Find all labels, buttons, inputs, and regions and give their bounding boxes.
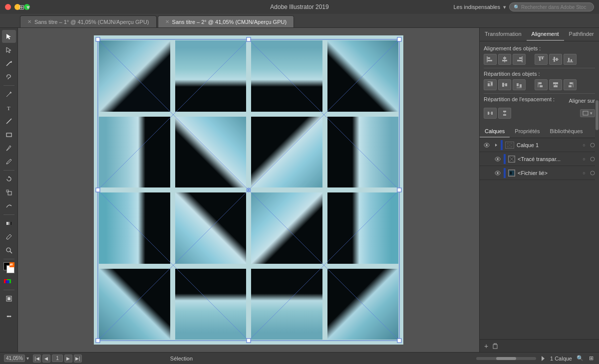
workspace-dropdown[interactable]: Les indispensables [453, 4, 500, 10]
align-bottom-btn[interactable] [564, 54, 577, 65]
zoom-dropdown[interactable]: ▾ [26, 356, 29, 361]
page-number[interactable]: 1 [52, 355, 63, 362]
tab-2-close[interactable]: ✕ [165, 19, 169, 24]
scale-tool[interactable] [2, 186, 16, 199]
scroll-right-btn[interactable] [540, 355, 546, 363]
layers-tab-proprietes[interactable]: Propriétés [510, 126, 545, 138]
color-fill-stroke[interactable]: ⇄ [2, 261, 16, 274]
layer-fichier[interactable]: <Fichier lié> ○ [480, 166, 599, 180]
warp-tool[interactable] [2, 199, 16, 212]
type-tool[interactable]: T [2, 101, 16, 114]
align-middle-v-btn[interactable] [549, 54, 562, 65]
tab-2[interactable]: ✕ Sans titre – 2° @ 41,05% (CMJN/Aperçu … [158, 15, 295, 27]
svg-rect-71 [488, 112, 489, 115]
eyedropper-tool[interactable] [2, 230, 16, 243]
selection-tool[interactable] [2, 30, 16, 43]
stock-search-input[interactable]: 🔍 Rechercher dans Adobe Stoc [509, 2, 594, 11]
calque1-visibility[interactable] [483, 141, 491, 149]
dist-center-v-btn[interactable] [498, 79, 511, 90]
artboard[interactable] [94, 35, 403, 345]
distribute-space-label: Répartition de l'espacement : [484, 96, 555, 102]
tab-1[interactable]: ✕ Sans titre – 1° @ 41,05% (CMJN/Aperçu … [20, 15, 157, 27]
lasso-tool[interactable] [2, 70, 16, 83]
screen-mode-button[interactable] [2, 292, 16, 305]
dist-right-btn[interactable] [564, 79, 577, 90]
align-right-btn[interactable] [513, 54, 526, 65]
dist-left-btn[interactable] [535, 79, 548, 90]
svg-marker-1 [10, 61, 12, 63]
rectangle-tool[interactable] [2, 128, 16, 141]
layer-trace[interactable]: <Tracé transpar... ○ [480, 152, 599, 166]
gradient-tool[interactable] [2, 217, 16, 230]
calque1-expand[interactable] [493, 138, 500, 152]
tab-transformation[interactable]: Transformation [480, 28, 527, 41]
svg-rect-53 [491, 82, 493, 85]
line-tool[interactable] [2, 115, 16, 128]
cell-3-3 [327, 269, 399, 340]
trace-lock[interactable]: ○ [581, 156, 588, 163]
left-toolbar: T [0, 28, 18, 352]
dist-space-v-btn[interactable] [498, 108, 511, 119]
align-sur-dropdown[interactable]: ▾ [580, 109, 595, 117]
paintbrush-tool[interactable] [2, 142, 16, 155]
tab-alignement[interactable]: Alignement [527, 28, 564, 41]
dist-top-btn[interactable] [484, 79, 497, 90]
tab-1-close[interactable]: ✕ [27, 19, 31, 24]
layers-tab-bibliotheques[interactable]: Bibliothèques [545, 126, 588, 138]
calque1-label: Calque 1 [517, 142, 581, 148]
align-top-btn[interactable] [535, 54, 548, 65]
svg-rect-49 [568, 58, 570, 61]
status-grid-icon[interactable]: ⊞ [587, 355, 595, 363]
fichier-visibility[interactable] [494, 169, 502, 177]
canvas-container [94, 35, 403, 345]
align-center-h-btn[interactable] [498, 54, 511, 65]
new-layer-btn[interactable]: + [483, 343, 490, 350]
rotate-tool[interactable] [2, 173, 16, 185]
zoom-value[interactable]: 41,05% [4, 355, 25, 362]
trace-visibility[interactable] [494, 155, 502, 163]
svg-rect-75 [503, 114, 506, 116]
calque1-color-bar [501, 140, 503, 150]
main-layout: T [0, 28, 599, 352]
svg-rect-41 [517, 60, 522, 61]
layers-tab-calques[interactable]: Calques [480, 126, 510, 138]
panel-tabs: Transformation Alignement Pathfinder [480, 28, 599, 41]
tab-pathfinder[interactable]: Pathfinder [564, 28, 599, 41]
dist-bottom-btn[interactable] [513, 79, 526, 90]
active-tool-display: Sélection [86, 356, 277, 362]
dist-center-h-btn[interactable] [549, 79, 562, 90]
direct-selection-tool[interactable] [2, 43, 16, 56]
zoom-tool[interactable] [2, 244, 16, 257]
swap-colors[interactable]: ⇄ [9, 262, 14, 267]
right-panel-scrollbar[interactable] [595, 100, 599, 249]
prev-page-btn[interactable]: ◀ [42, 355, 50, 363]
svg-rect-60 [520, 84, 522, 87]
svg-rect-72 [491, 112, 493, 115]
calque1-lock[interactable]: ○ [581, 142, 588, 149]
svg-rect-44 [542, 57, 543, 59]
next-page-btn[interactable]: ▶ [64, 355, 72, 363]
pencil-tool[interactable] [2, 155, 16, 168]
first-page-btn[interactable]: |◀ [33, 355, 41, 363]
distribute-objects-row [484, 79, 595, 90]
more-tools-button[interactable]: ••• [2, 310, 16, 323]
fichier-lock[interactable]: ○ [581, 170, 588, 177]
delete-layer-btn[interactable] [492, 343, 499, 350]
pen-tool[interactable] [2, 88, 16, 101]
svg-rect-74 [503, 111, 506, 112]
align-left-btn[interactable] [484, 54, 497, 65]
fichier-label: <Fichier lié> [518, 170, 581, 176]
magic-wand-tool[interactable] [2, 57, 16, 70]
cell-2-3 [327, 192, 399, 264]
color-mode-buttons[interactable] [2, 275, 16, 288]
layer-calque1[interactable]: Calque 1 ○ [480, 138, 599, 152]
dist-space-h-btn[interactable] [484, 108, 497, 119]
close-button[interactable] [5, 4, 11, 10]
cell-0-3 [327, 40, 399, 112]
cell-1-0 [99, 117, 170, 188]
align-objects-row [484, 54, 595, 65]
last-page-btn[interactable]: ▶| [74, 355, 82, 363]
cell-3-0 [99, 269, 170, 340]
artboard-scroll[interactable] [476, 357, 536, 360]
status-search-icon[interactable]: 🔍 [576, 355, 584, 363]
